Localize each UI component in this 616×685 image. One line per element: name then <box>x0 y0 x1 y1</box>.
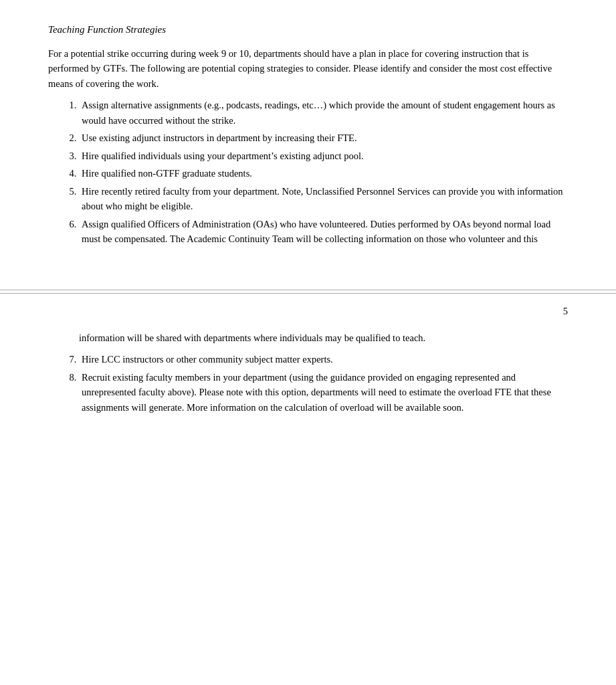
intro-paragraph: For a potential strike occurring during … <box>48 46 568 91</box>
list-item: Use existing adjunct instructors in depa… <box>79 130 568 145</box>
page-number: 5 <box>563 306 568 317</box>
page-top-content: Teaching Function Strategies For a poten… <box>0 0 616 250</box>
continuation-text: information will be shared with departme… <box>48 330 568 345</box>
section-title: Teaching Function Strategies <box>48 24 568 35</box>
list-item: Hire LCC instructors or other community … <box>79 352 568 367</box>
strategies-list: Assign alternative assignments (e.g., po… <box>55 98 568 246</box>
list-item: Recruit existing faculty members in your… <box>79 370 568 415</box>
list-item: Hire recently retired faculty from your … <box>79 184 568 214</box>
list-item: Hire qualified individuals using your de… <box>79 149 568 163</box>
document-page: Teaching Function Strategies For a poten… <box>0 0 616 685</box>
page-bottom-content: information will be shared with departme… <box>0 324 616 685</box>
list-item: Assign alternative assignments (e.g., po… <box>79 98 568 128</box>
strategies-list-continued: Hire LCC instructors or other community … <box>55 352 568 415</box>
list-item: Hire qualified non-GTFF graduate student… <box>79 166 568 181</box>
page-footer: 5 <box>0 294 616 324</box>
list-item: Assign qualified Officers of Administrat… <box>79 217 568 247</box>
